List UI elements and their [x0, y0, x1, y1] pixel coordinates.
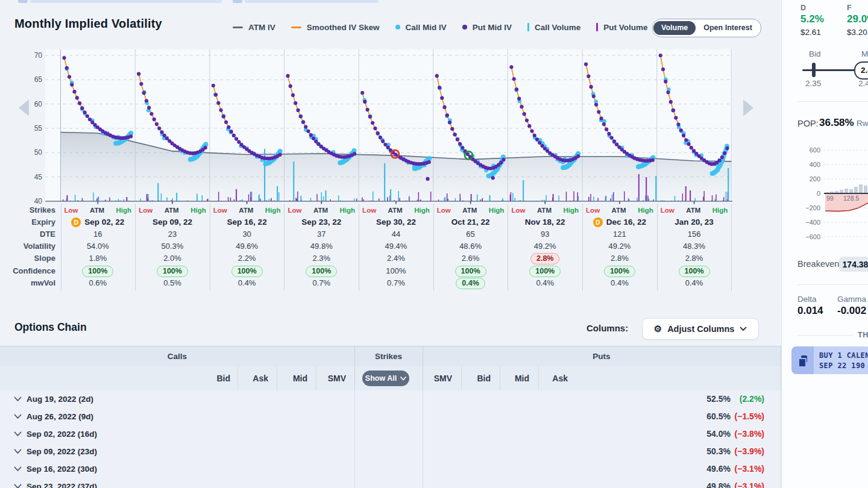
- metric-cell: 100%: [657, 265, 732, 277]
- y-axis-tick: 50: [34, 148, 43, 157]
- metric-cell: 93: [508, 228, 582, 240]
- metric-cell: 2.0%: [135, 252, 210, 264]
- adjust-columns-button[interactable]: ⚙ Adjust Columns: [642, 318, 759, 340]
- chain-row-label: Sep 23, 2022 (37d): [27, 478, 97, 488]
- dot-marker-icon: [395, 25, 400, 30]
- legend-item-call-mid-iv[interactable]: Call Mid IV: [395, 23, 447, 32]
- chain-col-header-put-mid: Mid: [493, 366, 529, 390]
- legend-item-call-volume[interactable]: Call Volume: [527, 23, 580, 32]
- chain-row-iv: 49.6%: [706, 460, 731, 478]
- trade-line-2: SEP 22 190: [819, 361, 868, 370]
- legend-label: Put Volume: [603, 23, 647, 32]
- adjust-columns-label: Adjust Columns: [667, 324, 734, 334]
- section-divider: [354, 390, 355, 488]
- strike-axis-label: High: [489, 204, 505, 216]
- expiry-date: Sep 16, 22: [227, 216, 267, 228]
- metric-cell: Sep 30, 22: [359, 216, 433, 228]
- bar-marker-icon: [596, 23, 598, 31]
- metric-cell: 0.4%: [508, 277, 582, 289]
- chain-row-iv: 54.0%: [706, 425, 731, 443]
- metric-cell: 0.4%: [582, 277, 657, 289]
- subcolumn-divider: [237, 366, 238, 390]
- legend-label: Call Mid IV: [406, 23, 447, 32]
- metric-cell: Oct 21, 22: [433, 216, 508, 228]
- metric-cell: Nov 18, 22: [508, 216, 582, 228]
- strike-axis-label: Low: [139, 204, 153, 216]
- chevron-down-icon[interactable]: [14, 484, 22, 488]
- metric-cell: 65: [433, 228, 508, 240]
- chain-expiry-row[interactable]: Aug 19, 2022 (2d)52.5%(2.2%): [0, 390, 781, 408]
- metric-row-label: Volatility: [0, 240, 55, 252]
- chain-row-change: (−3.9%): [735, 443, 764, 460]
- trade-ticket[interactable]: BUY 1 CALEN SEP 22 190: [791, 346, 868, 374]
- strike-axis-label: Low: [437, 204, 451, 216]
- legend-item-put-volume[interactable]: Put Volume: [596, 23, 647, 32]
- chain-row-change: (2.2%): [740, 390, 764, 408]
- legend-item-put-mid-iv[interactable]: Put Mid IV: [462, 23, 512, 32]
- legend-item-atm-iv[interactable]: ATM IV: [233, 23, 275, 32]
- metric-cell: 100%: [284, 265, 359, 277]
- column-divider: [359, 204, 359, 291]
- metric-cell: 2.8%: [582, 252, 657, 264]
- subcolumn-divider: [277, 366, 277, 390]
- green-pill: 100%: [157, 266, 188, 277]
- svg-text:−400: −400: [805, 219, 820, 226]
- section-divider: [423, 390, 423, 488]
- metric-cell: 49.6%: [210, 240, 285, 252]
- chain-expiry-row[interactable]: Sep 02, 2022 (16d)54.0%(−3.8%): [0, 425, 781, 443]
- section-divider: [354, 346, 355, 390]
- green-pill: 0.4%: [456, 278, 485, 289]
- price-slider-handle[interactable]: [812, 63, 816, 77]
- price-input-pill[interactable]: 2.4: [854, 61, 868, 80]
- payoff-mini-chart[interactable]: 6004002000−200−400−60099128.5: [797, 145, 868, 244]
- svg-text:128.5: 128.5: [843, 195, 859, 202]
- column-divider: [508, 204, 508, 291]
- dot-marker-icon: [462, 25, 467, 30]
- divider: [797, 284, 868, 285]
- column-divider: [433, 204, 434, 291]
- trade-line-1: BUY 1 CALEN: [819, 351, 868, 360]
- pop-value: 36.58%: [819, 117, 854, 129]
- green-pill: 100%: [455, 266, 486, 277]
- metric-cell: Jan 20, 23: [657, 216, 732, 228]
- top-strip-fragment: [18, 0, 28, 3]
- slider-mid-label: Mid: [861, 49, 868, 58]
- chevron-down-icon[interactable]: [14, 396, 22, 402]
- strikes-header: Strikes: [354, 346, 423, 366]
- metric-cell: 44: [359, 228, 433, 240]
- chevron-down-icon[interactable]: [14, 431, 22, 437]
- metric-row-label: Expiry: [0, 216, 55, 228]
- metric-cell: 100%: [433, 265, 508, 277]
- toggle-volume[interactable]: Volume: [653, 21, 696, 35]
- puts-header: Puts: [423, 346, 781, 366]
- trade-sidebar: D 5.2% $2.61 F 29.0% $3.20 Bid Mid 2.4 2…: [781, 0, 868, 488]
- subcolumn-divider: [316, 366, 316, 390]
- chain-expiry-row[interactable]: Sep 16, 2022 (30d)49.6%(−3.1%): [0, 460, 781, 478]
- chevron-down-icon[interactable]: [14, 449, 22, 454]
- green-pill: 100%: [306, 266, 337, 277]
- metric-row-label: Confidence: [0, 265, 55, 277]
- chain-expiry-row[interactable]: Sep 23, 2022 (37d)49.8%(−3.1%): [0, 478, 781, 488]
- green-pill: 100%: [231, 266, 263, 277]
- volume-oi-toggle[interactable]: Volume Open Interest: [652, 19, 761, 37]
- top-strip-fragment: [245, 0, 379, 3]
- metric-cell: 0.7%: [284, 277, 359, 289]
- copy-icon-button[interactable]: [791, 346, 814, 374]
- strike-axis-label: Low: [661, 204, 675, 216]
- implied-volatility-chart[interactable]: 40455055606570: [0, 41, 781, 207]
- chain-expiry-row[interactable]: Sep 09, 2022 (23d)50.3%(−3.9%): [0, 443, 781, 461]
- metric-cell: 0.4%: [657, 277, 732, 289]
- chain-row-label: Sep 09, 2022 (23d): [27, 443, 97, 460]
- show-all-strikes-button[interactable]: Show All: [362, 371, 409, 386]
- chain-expiry-row[interactable]: Aug 26, 2022 (9d)60.5%(−1.5%): [0, 408, 781, 426]
- toggle-open-interest[interactable]: Open Interest: [696, 21, 760, 35]
- chain-row-iv: 60.5%: [706, 408, 731, 425]
- chevron-down-icon[interactable]: [14, 466, 22, 472]
- legend-item-smoothed-iv-skew[interactable]: Smoothed IV Skew: [291, 23, 380, 32]
- metric-cell: LowATMHigh: [582, 204, 657, 216]
- metric-cell: LowATMHigh: [657, 204, 732, 216]
- strike-axis-label: Low: [362, 204, 376, 216]
- metric-cell: 0.4%: [210, 277, 285, 289]
- chevron-down-icon[interactable]: [14, 414, 22, 419]
- metric-cell: 0.7%: [359, 277, 433, 289]
